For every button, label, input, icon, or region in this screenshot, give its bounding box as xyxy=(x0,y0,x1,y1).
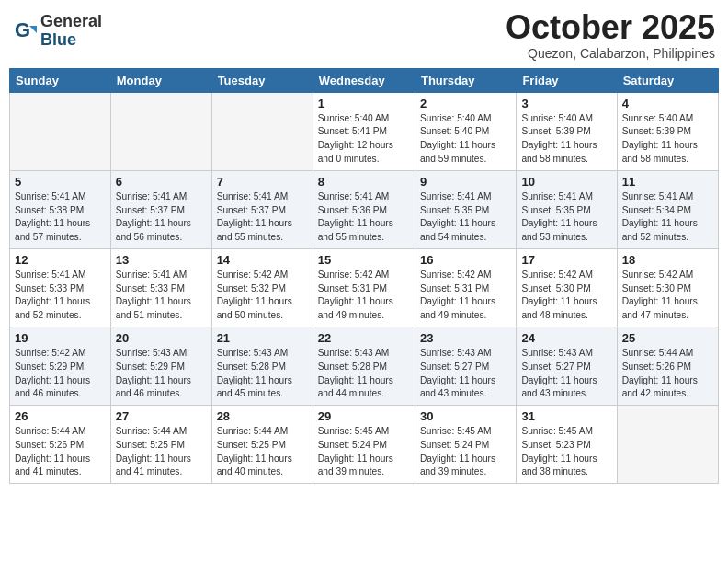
calendar-day-cell: 23Sunrise: 5:43 AM Sunset: 5:27 PM Dayli… xyxy=(415,327,516,405)
day-info: Sunrise: 5:45 AM Sunset: 5:23 PM Dayligh… xyxy=(521,425,611,479)
day-info: Sunrise: 5:41 AM Sunset: 5:35 PM Dayligh… xyxy=(521,190,611,245)
day-info: Sunrise: 5:45 AM Sunset: 5:24 PM Dayligh… xyxy=(318,425,410,479)
calendar-day-cell: 18Sunrise: 5:42 AM Sunset: 5:30 PM Dayli… xyxy=(617,248,718,327)
day-info: Sunrise: 5:42 AM Sunset: 5:31 PM Dayligh… xyxy=(318,269,410,323)
day-number: 31 xyxy=(521,409,611,423)
day-info: Sunrise: 5:40 AM Sunset: 5:39 PM Dayligh… xyxy=(521,112,611,167)
day-info: Sunrise: 5:44 AM Sunset: 5:26 PM Dayligh… xyxy=(622,347,713,401)
day-info: Sunrise: 5:43 AM Sunset: 5:28 PM Dayligh… xyxy=(318,347,410,401)
logo-text: General Blue xyxy=(40,13,102,50)
day-number: 23 xyxy=(420,331,511,345)
day-number: 27 xyxy=(116,409,207,423)
calendar-day-cell: 4Sunrise: 5:40 AM Sunset: 5:39 PM Daylig… xyxy=(617,92,718,170)
weekday-header-monday: Monday xyxy=(110,68,211,92)
day-info: Sunrise: 5:44 AM Sunset: 5:25 PM Dayligh… xyxy=(217,425,308,479)
day-info: Sunrise: 5:40 AM Sunset: 5:41 PM Dayligh… xyxy=(318,112,410,167)
weekday-header-friday: Friday xyxy=(517,68,617,92)
calendar-day-cell: 16Sunrise: 5:42 AM Sunset: 5:31 PM Dayli… xyxy=(415,248,516,327)
logo-icon: G xyxy=(13,18,39,44)
day-info: Sunrise: 5:45 AM Sunset: 5:24 PM Dayligh… xyxy=(420,425,511,479)
calendar-day-cell: 30Sunrise: 5:45 AM Sunset: 5:24 PM Dayli… xyxy=(415,406,516,484)
calendar-day-cell: 10Sunrise: 5:41 AM Sunset: 5:35 PM Dayli… xyxy=(517,170,617,248)
day-number: 12 xyxy=(15,253,106,267)
day-info: Sunrise: 5:41 AM Sunset: 5:35 PM Dayligh… xyxy=(420,190,511,245)
day-number: 5 xyxy=(15,175,106,189)
svg-text:G: G xyxy=(15,18,30,41)
weekday-header-wednesday: Wednesday xyxy=(313,68,415,92)
calendar-day-cell xyxy=(110,92,211,170)
day-number: 15 xyxy=(318,253,410,267)
day-number: 28 xyxy=(217,409,308,423)
day-info: Sunrise: 5:41 AM Sunset: 5:33 PM Dayligh… xyxy=(15,269,106,323)
day-number: 10 xyxy=(521,175,611,189)
day-number: 4 xyxy=(622,97,713,110)
day-number: 29 xyxy=(318,409,410,423)
day-info: Sunrise: 5:42 AM Sunset: 5:32 PM Dayligh… xyxy=(217,269,308,323)
day-info: Sunrise: 5:41 AM Sunset: 5:38 PM Dayligh… xyxy=(15,190,106,245)
calendar-day-cell xyxy=(211,92,313,170)
day-number: 17 xyxy=(521,253,611,267)
logo-general: General xyxy=(40,13,102,31)
calendar-day-cell: 3Sunrise: 5:40 AM Sunset: 5:39 PM Daylig… xyxy=(517,92,617,170)
day-number: 22 xyxy=(318,331,410,345)
calendar-day-cell: 1Sunrise: 5:40 AM Sunset: 5:41 PM Daylig… xyxy=(313,92,415,170)
day-number: 24 xyxy=(521,331,611,345)
calendar-table: SundayMondayTuesdayWednesdayThursdayFrid… xyxy=(9,68,719,485)
calendar-day-cell: 20Sunrise: 5:43 AM Sunset: 5:29 PM Dayli… xyxy=(110,327,211,405)
location-subtitle: Quezon, Calabarzon, Philippines xyxy=(506,46,715,61)
day-info: Sunrise: 5:43 AM Sunset: 5:28 PM Dayligh… xyxy=(217,347,308,401)
day-number: 30 xyxy=(420,409,511,423)
day-info: Sunrise: 5:42 AM Sunset: 5:31 PM Dayligh… xyxy=(420,269,511,323)
logo-blue: Blue xyxy=(40,31,102,50)
month-title: October 2025 xyxy=(506,9,715,46)
calendar-day-cell: 11Sunrise: 5:41 AM Sunset: 5:34 PM Dayli… xyxy=(617,170,718,248)
calendar-day-cell: 21Sunrise: 5:43 AM Sunset: 5:28 PM Dayli… xyxy=(211,327,313,405)
calendar-day-cell: 31Sunrise: 5:45 AM Sunset: 5:23 PM Dayli… xyxy=(517,406,617,484)
day-number: 21 xyxy=(217,331,308,345)
calendar-week-row: 12Sunrise: 5:41 AM Sunset: 5:33 PM Dayli… xyxy=(10,248,719,327)
weekday-header-sunday: Sunday xyxy=(10,68,111,92)
day-number: 3 xyxy=(521,97,611,110)
calendar-day-cell xyxy=(10,92,111,170)
calendar-week-row: 1Sunrise: 5:40 AM Sunset: 5:41 PM Daylig… xyxy=(10,92,719,170)
title-block: October 2025 Quezon, Calabarzon, Philipp… xyxy=(506,9,715,61)
day-number: 9 xyxy=(420,175,511,189)
calendar-day-cell: 13Sunrise: 5:41 AM Sunset: 5:33 PM Dayli… xyxy=(110,248,211,327)
calendar-day-cell: 17Sunrise: 5:42 AM Sunset: 5:30 PM Dayli… xyxy=(517,248,617,327)
day-number: 13 xyxy=(116,253,207,267)
day-number: 18 xyxy=(622,253,713,267)
day-info: Sunrise: 5:44 AM Sunset: 5:26 PM Dayligh… xyxy=(15,425,106,479)
day-number: 1 xyxy=(318,97,410,110)
calendar-day-cell: 9Sunrise: 5:41 AM Sunset: 5:35 PM Daylig… xyxy=(415,170,516,248)
day-info: Sunrise: 5:41 AM Sunset: 5:37 PM Dayligh… xyxy=(116,190,207,245)
logo: G General Blue xyxy=(13,13,102,50)
day-info: Sunrise: 5:43 AM Sunset: 5:27 PM Dayligh… xyxy=(420,347,511,401)
calendar-day-cell: 6Sunrise: 5:41 AM Sunset: 5:37 PM Daylig… xyxy=(110,170,211,248)
calendar-body: 1Sunrise: 5:40 AM Sunset: 5:41 PM Daylig… xyxy=(10,92,719,484)
calendar-day-cell: 27Sunrise: 5:44 AM Sunset: 5:25 PM Dayli… xyxy=(110,406,211,484)
calendar-day-cell: 28Sunrise: 5:44 AM Sunset: 5:25 PM Dayli… xyxy=(211,406,313,484)
calendar-day-cell: 5Sunrise: 5:41 AM Sunset: 5:38 PM Daylig… xyxy=(10,170,111,248)
weekday-header-thursday: Thursday xyxy=(415,68,516,92)
day-number: 7 xyxy=(217,175,308,189)
day-number: 25 xyxy=(622,331,713,345)
calendar-day-cell: 14Sunrise: 5:42 AM Sunset: 5:32 PM Dayli… xyxy=(211,248,313,327)
day-info: Sunrise: 5:44 AM Sunset: 5:25 PM Dayligh… xyxy=(116,425,207,479)
calendar-day-cell: 8Sunrise: 5:41 AM Sunset: 5:36 PM Daylig… xyxy=(313,170,415,248)
day-info: Sunrise: 5:42 AM Sunset: 5:30 PM Dayligh… xyxy=(521,269,611,323)
day-number: 14 xyxy=(217,253,308,267)
day-info: Sunrise: 5:41 AM Sunset: 5:37 PM Dayligh… xyxy=(217,190,308,245)
day-number: 20 xyxy=(116,331,207,345)
weekday-header-saturday: Saturday xyxy=(617,68,718,92)
calendar-day-cell: 24Sunrise: 5:43 AM Sunset: 5:27 PM Dayli… xyxy=(517,327,617,405)
day-info: Sunrise: 5:43 AM Sunset: 5:27 PM Dayligh… xyxy=(521,347,611,401)
calendar-day-cell: 22Sunrise: 5:43 AM Sunset: 5:28 PM Dayli… xyxy=(313,327,415,405)
day-number: 11 xyxy=(622,175,713,189)
calendar-header: SundayMondayTuesdayWednesdayThursdayFrid… xyxy=(10,68,719,92)
svg-marker-1 xyxy=(29,26,37,33)
calendar-day-cell: 2Sunrise: 5:40 AM Sunset: 5:40 PM Daylig… xyxy=(415,92,516,170)
calendar-week-row: 5Sunrise: 5:41 AM Sunset: 5:38 PM Daylig… xyxy=(10,170,719,248)
day-info: Sunrise: 5:41 AM Sunset: 5:33 PM Dayligh… xyxy=(116,269,207,323)
day-info: Sunrise: 5:40 AM Sunset: 5:39 PM Dayligh… xyxy=(622,112,713,167)
calendar-day-cell: 26Sunrise: 5:44 AM Sunset: 5:26 PM Dayli… xyxy=(10,406,111,484)
